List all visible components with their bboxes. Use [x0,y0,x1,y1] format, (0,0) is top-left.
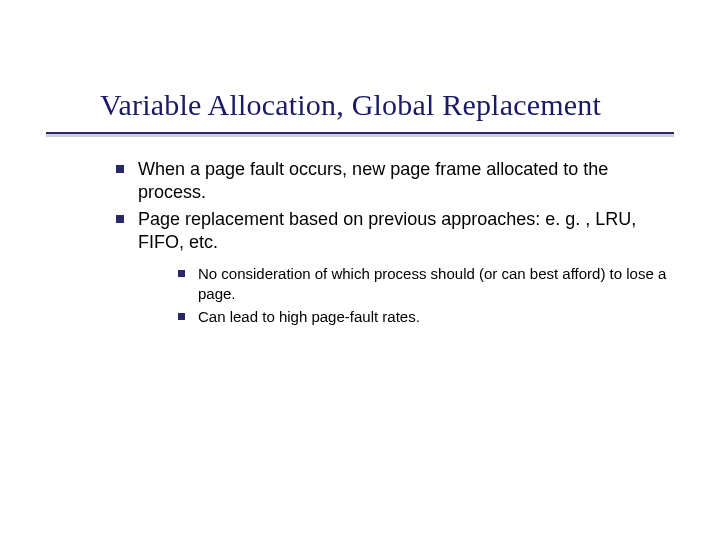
title-block: Variable Allocation, Global Replacement [100,88,601,122]
bullet-list-level1: When a page fault occurs, new page frame… [110,158,670,327]
list-item: Can lead to high page-fault rates. [174,307,670,327]
list-item: No consideration of which process should… [174,264,670,303]
slide-title: Variable Allocation, Global Replacement [100,88,601,122]
bullet-text: No consideration of which process should… [198,265,666,302]
bullet-list-level2: No consideration of which process should… [138,264,670,327]
body-content: When a page fault occurs, new page frame… [110,158,670,331]
slide: Variable Allocation, Global Replacement … [0,0,720,540]
bullet-text: When a page fault occurs, new page frame… [138,159,608,202]
title-underline-shadow [46,134,674,137]
list-item: Page replacement based on previous appro… [110,208,670,327]
bullet-text: Page replacement based on previous appro… [138,209,636,252]
list-item: When a page fault occurs, new page frame… [110,158,670,204]
bullet-text: Can lead to high page-fault rates. [198,308,420,325]
